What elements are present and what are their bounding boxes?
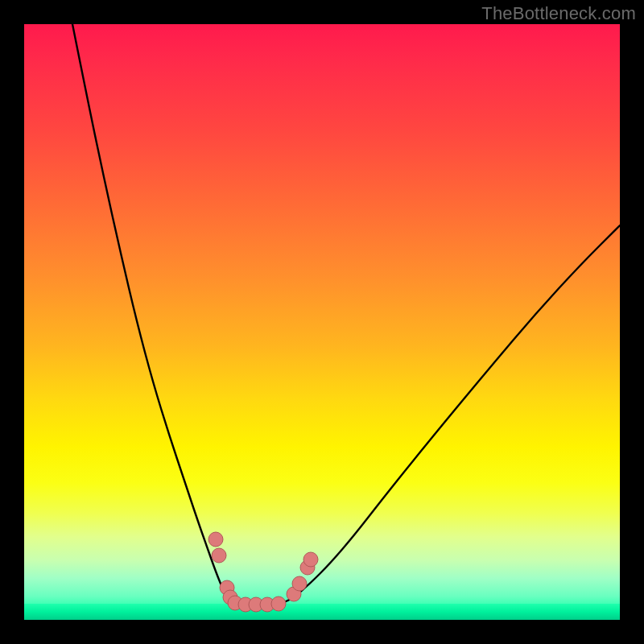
chart-frame: TheBottleneck.com	[0, 0, 644, 644]
trough-marker	[212, 548, 226, 563]
trough-marker	[208, 532, 223, 547]
trough-markers	[208, 532, 318, 612]
trough-marker	[303, 552, 318, 567]
plot-area	[24, 24, 620, 620]
watermark-text: TheBottleneck.com	[481, 3, 636, 24]
curve-layer	[24, 24, 620, 620]
trough-marker	[292, 576, 307, 591]
v-curve-path	[72, 24, 620, 605]
trough-marker	[271, 597, 286, 611]
